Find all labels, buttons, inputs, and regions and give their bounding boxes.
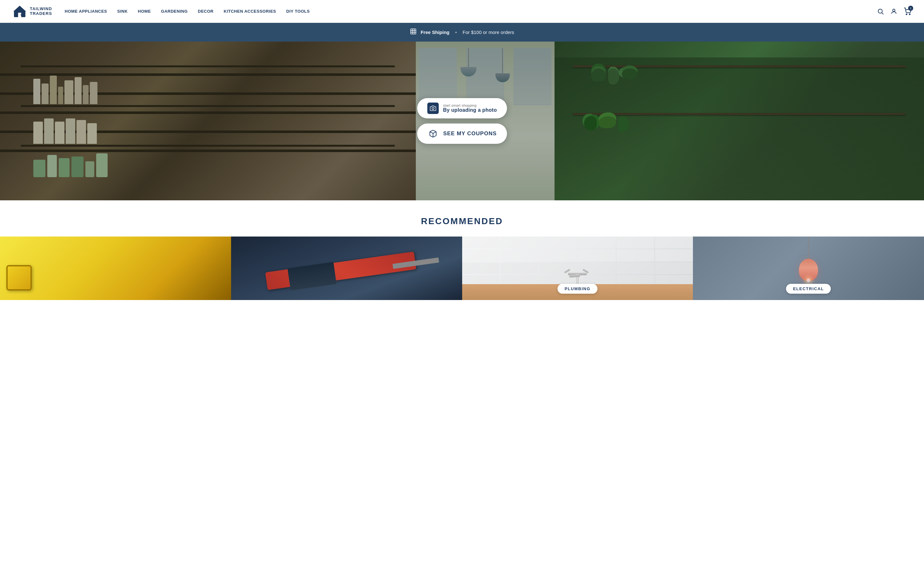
user-icon [890, 8, 897, 15]
coupon-icon [427, 128, 439, 140]
camera-svg [430, 105, 436, 111]
banner-separator: • [455, 30, 457, 35]
product-card-drill[interactable] [231, 237, 462, 300]
svg-line-6 [882, 13, 884, 14]
search-icon [877, 8, 884, 15]
cart-button[interactable]: 1 [904, 8, 911, 15]
shipping-icon [410, 28, 417, 35]
recommended-section: RECOMMENDED [0, 200, 924, 300]
recommended-title: RECOMMENDED [0, 216, 924, 226]
svg-point-5 [878, 9, 882, 13]
nav-kitchen-accessories[interactable]: KITCHEN ACCESSORIES [224, 9, 276, 14]
svg-point-15 [432, 108, 434, 110]
main-nav: HOME APPLIANCES SINK HOME GARDENING DECO… [65, 9, 877, 14]
svg-point-8 [906, 14, 907, 15]
nav-sink[interactable]: SINK [117, 9, 128, 14]
svg-text:T: T [16, 14, 18, 16]
product-card-electrical[interactable]: ELECTRICAL [693, 237, 924, 300]
svg-point-9 [909, 14, 910, 15]
svg-text:T: T [20, 14, 22, 16]
svg-point-7 [892, 9, 895, 11]
product-grid: PLUMBING ELECTRICAL [0, 237, 924, 300]
nav-home[interactable]: HOME [138, 9, 151, 14]
banner-icon [410, 28, 417, 36]
product-card-tools[interactable] [0, 237, 231, 300]
electrical-label: ELECTRICAL [786, 284, 831, 294]
nav-decor[interactable]: DECOR [198, 9, 213, 14]
banner-subtitle: For $100 or more orders [462, 30, 514, 35]
upload-btn-text: start smart shopping By uploading a phot… [443, 104, 497, 113]
logo[interactable]: T T TAILWIND TRADERS [13, 4, 52, 18]
logo-line2: TRADERS [30, 11, 52, 16]
coupon-svg [429, 130, 437, 138]
upload-photo-button[interactable]: start smart shopping By uploading a phot… [417, 98, 507, 118]
plumbing-label: PLUMBING [558, 284, 597, 294]
nav-home-appliances[interactable]: HOME APPLIANCES [65, 9, 107, 14]
product-card-plumbing[interactable]: PLUMBING [462, 237, 693, 300]
upload-btn-small: start smart shopping [443, 104, 497, 107]
header-icons: 1 [877, 8, 911, 15]
cart-badge: 1 [908, 6, 913, 11]
nav-diy-tools[interactable]: DIY TOOLS [286, 9, 310, 14]
svg-rect-10 [411, 29, 416, 34]
coupon-label: SEE MY COUPONS [443, 130, 497, 137]
hero-content: start smart shopping By uploading a phot… [417, 98, 507, 144]
hero-section: start smart shopping By uploading a phot… [0, 42, 924, 200]
promo-banner: Free Shiping • For $100 or more orders [0, 23, 924, 42]
banner-title: Free Shiping [421, 30, 450, 35]
logo-icon: T T [13, 4, 27, 18]
see-coupons-button[interactable]: SEE MY COUPONS [417, 123, 507, 144]
svg-marker-1 [14, 6, 26, 11]
header: T T TAILWIND TRADERS HOME APPLIANCES SIN… [0, 0, 924, 23]
account-button[interactable] [890, 8, 897, 15]
upload-btn-big: By uploading a photo [443, 107, 497, 113]
logo-line1: TAILWIND [30, 7, 52, 11]
logo-text: TAILWIND TRADERS [30, 7, 52, 16]
search-button[interactable] [877, 8, 884, 15]
camera-icon [427, 102, 439, 114]
nav-gardening[interactable]: GARDENING [161, 9, 188, 14]
